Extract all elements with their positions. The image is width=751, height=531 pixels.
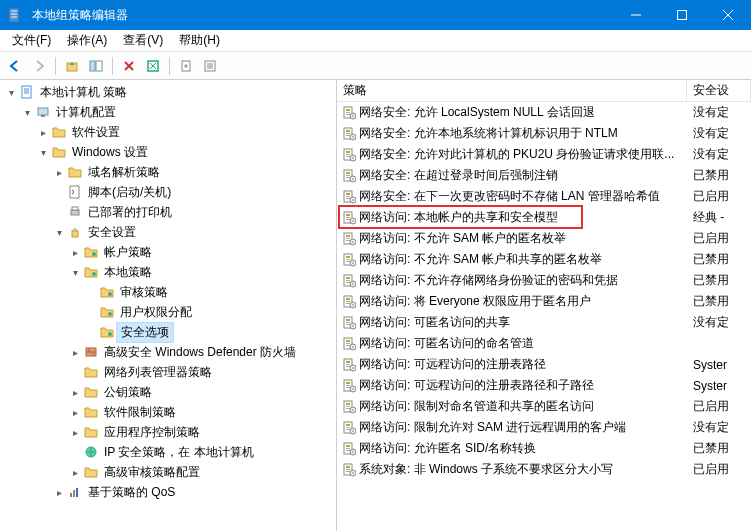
toolbar-separator xyxy=(112,57,113,75)
svg-rect-10 xyxy=(96,61,102,71)
twisty-icon[interactable]: ▾ xyxy=(52,227,66,238)
tree-security-settings[interactable]: ▾ 安全设置 xyxy=(0,222,336,242)
tree-security-options[interactable]: 安全选项 xyxy=(0,322,336,342)
twisty-icon[interactable]: ▸ xyxy=(68,247,82,258)
maximize-button[interactable] xyxy=(659,0,705,30)
tree-software-restrict[interactable]: ▸ 软件限制策略 xyxy=(0,402,336,422)
tree-audit-policy[interactable]: 审核策略 xyxy=(0,282,336,302)
policy-row[interactable]: 网络安全: 允许本地系统将计算机标识用于 NTLM没有定 xyxy=(337,123,751,144)
tree-user-rights[interactable]: 用户权限分配 xyxy=(0,302,336,322)
menu-help[interactable]: 帮助(H) xyxy=(171,30,228,51)
policy-row[interactable]: 网络安全: 允许对此计算机的 PKU2U 身份验证请求使用联...没有定 xyxy=(337,144,751,165)
svg-rect-121 xyxy=(346,382,350,384)
minimize-button[interactable] xyxy=(613,0,659,30)
svg-rect-63 xyxy=(346,177,350,178)
policy-row[interactable]: 系统对象: 非 Windows 子系统不要求区分大小写已启用 xyxy=(337,459,751,480)
svg-rect-73 xyxy=(346,214,350,216)
export-button[interactable] xyxy=(175,55,197,77)
svg-rect-77 xyxy=(352,220,353,222)
tree-printers[interactable]: 已部署的打印机 xyxy=(0,202,336,222)
properties-button[interactable] xyxy=(199,55,221,77)
policy-name: 系统对象: 非 Windows 子系统不要求区分大小写 xyxy=(357,461,687,478)
svg-rect-92 xyxy=(346,280,350,281)
twisty-icon[interactable]: ▾ xyxy=(68,267,82,278)
svg-rect-129 xyxy=(346,408,350,409)
tree-label: 网络列表管理器策略 xyxy=(100,363,216,382)
policy-row[interactable]: 网络访问: 限制允许对 SAM 进行远程调用的客户端没有定 xyxy=(337,417,751,438)
refresh-button[interactable] xyxy=(142,55,164,77)
twisty-icon[interactable]: ▾ xyxy=(20,107,34,118)
twisty-icon[interactable]: ▸ xyxy=(36,127,50,138)
list-pane: 策略 安全设 网络安全: 允许 LocalSystem NULL 会话回退没有定… xyxy=(337,80,751,531)
tree-app-control[interactable]: ▸ 应用程序控制策略 xyxy=(0,422,336,442)
svg-rect-43 xyxy=(346,109,350,111)
policy-setting: 没有定 xyxy=(687,146,751,163)
show-hide-tree-button[interactable] xyxy=(85,55,107,77)
twisty-icon[interactable]: ▾ xyxy=(36,147,50,158)
svg-rect-71 xyxy=(352,199,353,201)
tree-label: 高级审核策略配置 xyxy=(100,463,204,482)
tree-scripts[interactable]: 脚本(启动/关机) xyxy=(0,182,336,202)
policy-name: 网络访问: 限制对命名管道和共享的匿名访问 xyxy=(357,398,687,415)
svg-rect-80 xyxy=(346,238,350,239)
folder-icon xyxy=(50,145,68,159)
tree-label: 审核策略 xyxy=(116,283,172,302)
column-setting[interactable]: 安全设 xyxy=(687,80,751,101)
policy-row[interactable]: 网络访问: 可匿名访问的共享没有定 xyxy=(337,312,751,333)
close-button[interactable] xyxy=(705,0,751,30)
twisty-icon[interactable]: ▸ xyxy=(52,167,66,178)
twisty-icon[interactable]: ▸ xyxy=(52,487,66,498)
menu-file[interactable]: 文件(F) xyxy=(4,30,59,51)
policy-row[interactable]: 网络安全: 允许 LocalSystem NULL 会话回退没有定 xyxy=(337,102,751,123)
policy-row[interactable]: 网络访问: 不允许 SAM 帐户和共享的匿名枚举已禁用 xyxy=(337,249,751,270)
svg-point-31 xyxy=(108,292,112,296)
list-body[interactable]: 网络安全: 允许 LocalSystem NULL 会话回退没有定网络安全: 允… xyxy=(337,102,751,531)
policy-row[interactable]: 网络访问: 本地帐户的共享和安全模型经典 - xyxy=(337,207,751,228)
tree-adv-audit[interactable]: ▸ 高级审核策略配置 xyxy=(0,462,336,482)
up-button[interactable] xyxy=(61,55,83,77)
tree-label: 安全选项 xyxy=(116,322,174,343)
tree-netlist[interactable]: 网络列表管理器策略 xyxy=(0,362,336,382)
policy-row[interactable]: 网络访问: 不允许存储网络身份验证的密码和凭据已禁用 xyxy=(337,270,751,291)
svg-rect-74 xyxy=(346,217,350,218)
twisty-icon[interactable]: ▸ xyxy=(68,427,82,438)
tree-pane[interactable]: ▾ 本地计算机 策略 ▾ 计算机配置 ▸ 软件设置 ▾ Windows 设置 ▸ xyxy=(0,80,337,531)
policy-row[interactable]: 网络访问: 允许匿名 SID/名称转换已禁用 xyxy=(337,438,751,459)
menu-view[interactable]: 查看(V) xyxy=(115,30,171,51)
tree-defender[interactable]: ▸ 高级安全 Windows Defender 防火墙 xyxy=(0,342,336,362)
tree-qos[interactable]: ▸ 基于策略的 QoS xyxy=(0,482,336,502)
tree-software-settings[interactable]: ▸ 软件设置 xyxy=(0,122,336,142)
twisty-icon[interactable]: ▸ xyxy=(68,467,82,478)
policy-row[interactable]: 网络访问: 可匿名访问的命名管道 xyxy=(337,333,751,354)
twisty-icon[interactable]: ▸ xyxy=(68,407,82,418)
column-policy[interactable]: 策略 xyxy=(337,80,687,101)
tree-local-policy[interactable]: ▾ 本地策略 xyxy=(0,262,336,282)
policy-row[interactable]: 网络访问: 将 Everyone 权限应用于匿名用户已禁用 xyxy=(337,291,751,312)
tree-windows-settings[interactable]: ▾ Windows 设置 xyxy=(0,142,336,162)
policy-row[interactable]: 网络安全: 在超过登录时间后强制注销已禁用 xyxy=(337,165,751,186)
tree-ipsec[interactable]: IP 安全策略，在 本地计算机 xyxy=(0,442,336,462)
policy-item-icon xyxy=(337,127,357,141)
twisty-icon[interactable]: ▸ xyxy=(68,347,82,358)
policy-row[interactable]: 网络安全: 在下一次更改密码时不存储 LAN 管理器哈希值已启用 xyxy=(337,186,751,207)
tree-account-policy[interactable]: ▸ 帐户策略 xyxy=(0,242,336,262)
twisty-icon[interactable]: ▾ xyxy=(4,87,18,98)
tree-dns-policy[interactable]: ▸ 域名解析策略 xyxy=(0,162,336,182)
policy-setting: 没有定 xyxy=(687,104,751,121)
tree-computer-config[interactable]: ▾ 计算机配置 xyxy=(0,102,336,122)
twisty-icon[interactable]: ▸ xyxy=(68,387,82,398)
tree-label: 本地策略 xyxy=(100,263,156,282)
menu-action[interactable]: 操作(A) xyxy=(59,30,115,51)
svg-rect-51 xyxy=(346,135,350,136)
policy-item-icon xyxy=(337,379,357,393)
policy-row[interactable]: 网络访问: 可远程访问的注册表路径和子路径Syster xyxy=(337,375,751,396)
policy-row[interactable]: 网络访问: 限制对命名管道和共享的匿名访问已启用 xyxy=(337,396,751,417)
policy-row[interactable]: 网络访问: 不允许 SAM 帐户的匿名枚举已启用 xyxy=(337,228,751,249)
tree-pubkey[interactable]: ▸ 公钥策略 xyxy=(0,382,336,402)
tree-root[interactable]: ▾ 本地计算机 策略 xyxy=(0,82,336,102)
svg-rect-49 xyxy=(346,130,350,132)
delete-button[interactable] xyxy=(118,55,140,77)
forward-button[interactable] xyxy=(28,55,50,77)
policy-row[interactable]: 网络访问: 可远程访问的注册表路径Syster xyxy=(337,354,751,375)
back-button[interactable] xyxy=(4,55,26,77)
